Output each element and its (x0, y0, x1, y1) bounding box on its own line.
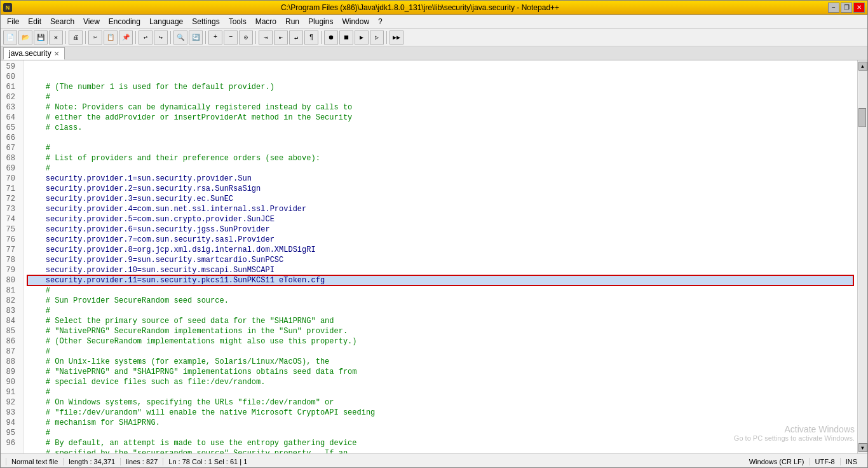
title-bar: N C:\Program Files (x86)\Java\jdk1.8.0_1… (1, 1, 867, 15)
tb-copy[interactable]: 📋 (104, 31, 118, 45)
menu-window[interactable]: Window (338, 16, 373, 27)
line-number: 65 (6, 123, 18, 133)
code-line: # (27, 92, 853, 102)
code-line: # Note: Providers can be dynamically reg… (27, 102, 853, 113)
code-line: security.provider.2=sun.security.rsa.Sun… (27, 184, 853, 194)
status-insert: INS (841, 458, 862, 465)
tb-replace[interactable]: 🔄 (189, 31, 203, 45)
status-length: length : 34,371 (64, 458, 121, 465)
tb-restore-zoom[interactable]: ⊙ (239, 31, 253, 45)
tb-undo[interactable]: ↩ (139, 31, 153, 45)
line-number: 70 (6, 174, 18, 184)
tb-indent[interactable]: ⇥ (259, 31, 273, 45)
line-number: 94 (6, 418, 18, 428)
menu-help[interactable]: ? (374, 16, 386, 27)
line-number: 72 (6, 194, 18, 204)
code-content[interactable]: # (The number 1 is used for the default … (24, 60, 857, 453)
menu-tools[interactable]: Tools (225, 16, 250, 27)
tb-redo[interactable]: ↪ (154, 31, 168, 45)
code-line: # (Other SecureRandom implementations mi… (27, 336, 853, 347)
restore-button[interactable]: ❐ (841, 3, 852, 13)
menu-run[interactable]: Run (281, 16, 303, 27)
tb-sep4 (170, 31, 171, 44)
tab-java-security[interactable]: java.security ✕ (3, 47, 65, 60)
menu-search[interactable]: Search (46, 16, 78, 27)
line-number: 82 (6, 296, 18, 306)
line-number: 61 (6, 82, 18, 92)
line-number: 85 (6, 326, 18, 336)
tb-zoom-out[interactable]: − (224, 31, 238, 45)
line-number: 67 (6, 143, 18, 153)
code-line: # "NativePRNG" SecureRandom implementati… (27, 326, 853, 336)
line-number: 75 (6, 224, 18, 235)
line-number: 96 (6, 438, 18, 448)
tb-macro-save[interactable]: ▷ (370, 31, 384, 45)
scroll-down-btn[interactable]: ▼ (858, 443, 867, 452)
code-line: # mechanism for SHA1PRNG. (27, 418, 853, 428)
tb-find[interactable]: 🔍 (173, 31, 187, 45)
code-line: # (27, 143, 853, 153)
menu-view[interactable]: View (79, 16, 104, 27)
line-number: 95 (6, 428, 18, 438)
line-number: 69 (6, 163, 18, 174)
tb-outdent[interactable]: ⇤ (274, 31, 288, 45)
menu-edit[interactable]: Edit (24, 16, 45, 27)
status-position: Ln : 78 Col : 1 Sel : 61 | 1 (163, 458, 743, 465)
line-number: 91 (6, 387, 18, 397)
tb-zoom-in[interactable]: + (208, 31, 222, 45)
tb-something[interactable]: ¶ (304, 31, 318, 45)
tb-cut[interactable]: ✂ (88, 31, 102, 45)
menu-encoding[interactable]: Encoding (105, 16, 144, 27)
code-line: # Sun Provider SecureRandom seed source. (27, 296, 853, 306)
scroll-up-btn[interactable]: ▲ (858, 62, 867, 71)
menu-file[interactable]: File (3, 16, 23, 27)
vertical-scrollbar[interactable]: ▲ ▼ (857, 60, 867, 453)
line-numbers: 5960616263646566676869707172737475767778… (1, 60, 24, 453)
menu-bar: File Edit Search View Encoding Language … (1, 15, 867, 29)
code-line: # By default, an attempt is made to use … (27, 438, 853, 448)
line-number: 93 (6, 408, 18, 418)
tb-print[interactable]: 🖨 (69, 31, 83, 45)
tab-label: java.security (9, 49, 51, 58)
tb-run[interactable]: ▶▶ (390, 31, 403, 45)
tb-macro-play[interactable]: ▶ (355, 31, 369, 45)
tb-close[interactable]: ✕ (49, 31, 63, 45)
tb-macro-rec[interactable]: ⏺ (324, 31, 338, 45)
line-number: 83 (6, 306, 18, 316)
line-number: 62 (6, 92, 18, 102)
menu-settings[interactable]: Settings (188, 16, 223, 27)
menu-macro[interactable]: Macro (252, 16, 280, 27)
scroll-track[interactable] (858, 71, 867, 443)
scroll-thumb[interactable] (858, 108, 866, 127)
line-number: 92 (6, 397, 18, 408)
line-number: 76 (6, 235, 18, 245)
tb-new[interactable]: 📄 (3, 31, 17, 45)
tb-save[interactable]: 💾 (34, 31, 48, 45)
tb-sep8 (386, 31, 387, 44)
code-line: # "file:/dev/urandom" will enable the na… (27, 408, 853, 418)
code-line: security.provider.3=sun.security.ec.SunE… (27, 194, 853, 204)
tb-macro-stop[interactable]: ⏹ (339, 31, 353, 45)
line-number: 78 (6, 255, 18, 265)
code-line: # (27, 286, 853, 296)
code-line: # special device files such as file:/dev… (27, 377, 853, 387)
status-encoding: UTF-8 (810, 458, 840, 465)
tb-open[interactable]: 📂 (18, 31, 32, 45)
menu-plugins[interactable]: Plugins (304, 16, 337, 27)
code-line: security.provider.5=com.sun.crypto.provi… (27, 214, 853, 224)
tb-paste[interactable]: 📌 (119, 31, 133, 45)
close-button[interactable]: ✕ (853, 3, 865, 13)
code-line: security.provider.6=sun.security.jgss.Su… (27, 224, 853, 235)
tab-close-icon[interactable]: ✕ (54, 50, 59, 57)
tb-wrap[interactable]: ↵ (289, 31, 303, 45)
status-line-ending: Windows (CR LF) (744, 458, 810, 465)
code-line: security.provider.8=org.jcp.xml.dsig.int… (27, 245, 853, 255)
line-number: 66 (6, 133, 18, 143)
code-line: # (The number 1 is used for the default … (27, 82, 853, 92)
code-line: # (27, 163, 853, 174)
menu-language[interactable]: Language (146, 16, 187, 27)
line-number: 74 (6, 214, 18, 224)
tb-sep1 (65, 31, 66, 44)
code-line: # (27, 347, 853, 357)
minimize-button[interactable]: − (828, 3, 839, 13)
